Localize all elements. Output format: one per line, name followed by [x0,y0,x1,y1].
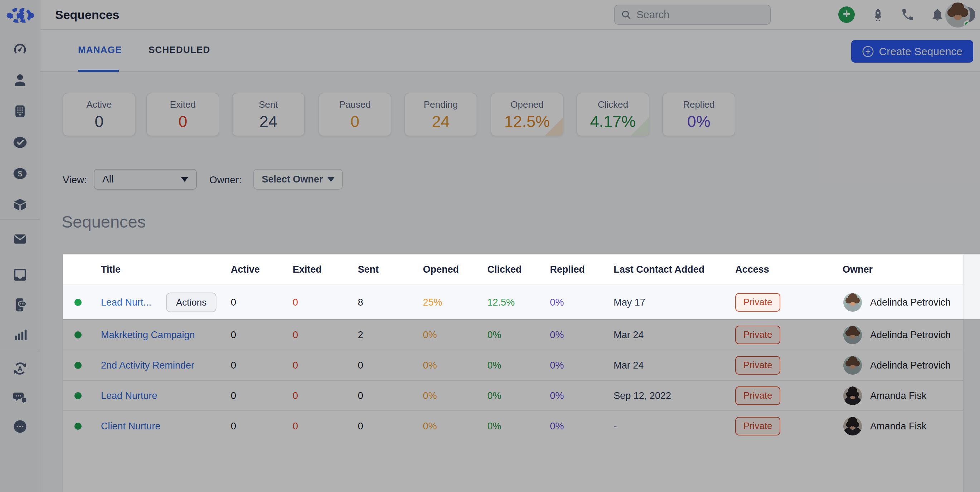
cell-last-contact: Mar 24 [614,329,644,340]
cell-replied: 0% [550,360,564,371]
cell-clicked: 12.5% [487,297,515,308]
col-active[interactable]: Active [231,264,260,275]
table-row[interactable]: Client Nurture 0 0 0 0% 0% 0% - Private … [63,411,963,441]
stat-label: Sent [232,99,304,110]
sequence-link[interactable]: Makrketing Campaign [101,329,195,340]
create-sequence-label: Create Sequence [879,45,963,57]
col-clicked[interactable]: Clicked [487,264,522,275]
avatar [843,326,862,344]
owner-select[interactable]: Select Owner [253,169,343,189]
search-box[interactable] [614,5,771,25]
cell-active: 0 [231,329,236,340]
col-last-contact[interactable]: Last Contact Added [614,264,705,275]
stat-card-pending: Pending24 [404,93,477,136]
access-badge: Private [735,293,780,312]
col-owner[interactable]: Owner [843,264,873,275]
svg-text:A: A [18,365,22,373]
cell-replied: 0% [550,297,564,308]
cell-opened: 25% [423,297,442,308]
cell-clicked: 0% [487,390,501,401]
products-cube-icon[interactable] [12,196,28,213]
cell-sent: 0 [358,360,363,371]
contacts-icon[interactable] [12,72,28,88]
cell-sent: 0 [358,420,363,431]
email-icon[interactable] [12,231,28,247]
reports-icon[interactable] [12,327,28,343]
table-row[interactable]: Lead Nurt... Actions 0 0 8 25% 12.5% 0% … [63,285,963,319]
cell-owner: Amanda Fisk [870,390,927,401]
actions-button[interactable]: Actions [166,292,216,312]
view-select[interactable]: All [94,169,197,189]
avatar [843,417,862,435]
stat-label: Exited [147,99,219,110]
stat-value: 0 [147,112,219,131]
status-dot [75,331,81,339]
inbox-icon[interactable] [12,267,28,283]
stat-card-sent: Sent24 [232,93,305,136]
stat-label: Clicked [577,99,649,110]
bell-icon[interactable] [929,6,946,23]
cell-exited: 0 [293,360,298,371]
stat-label: Replied [663,99,735,110]
sidebar: $ A [0,0,40,492]
more-icon[interactable] [12,418,28,435]
automation-icon[interactable]: A [12,360,28,377]
stat-label: Pending [405,99,477,110]
cell-owner: Adelinda Petrovich [870,360,951,371]
sequence-link[interactable]: 2nd Activity Reminder [101,360,194,371]
create-sequence-button[interactable]: Create Sequence [851,40,974,63]
section-title: Sequences [62,212,146,231]
phone-icon[interactable] [899,6,916,23]
table-row[interactable]: Lead Nurture 0 0 0 0% 0% 0% Sep 12, 2022… [63,380,963,411]
logo-icon[interactable] [6,6,34,24]
cell-exited: 0 [293,420,298,431]
cell-clicked: 0% [487,360,501,371]
cell-opened: 0% [423,420,437,431]
status-dot [75,299,81,306]
sequence-link[interactable]: Lead Nurture [101,390,158,401]
sequence-link[interactable]: Client Nurture [101,420,161,431]
search-input[interactable] [636,9,764,21]
table-row[interactable]: Makrketing Campaign 0 0 2 0% 0% 0% Mar 2… [63,319,963,350]
col-title[interactable]: Title [101,264,121,275]
cell-replied: 0% [550,329,564,340]
cell-exited: 0 [293,329,298,340]
access-badge: Private [735,417,780,435]
opportunities-dollar-icon[interactable]: $ [12,165,28,182]
view-filter-label: View: [63,174,87,186]
col-opened[interactable]: Opened [423,264,459,275]
sms-icon[interactable] [12,297,28,313]
cell-sent: 0 [358,390,363,401]
col-replied[interactable]: Replied [550,264,585,275]
access-badge: Private [735,356,780,375]
stat-label: Opened [491,99,563,110]
cell-last-contact: Sep 12, 2022 [614,390,671,401]
avatar [843,387,862,405]
col-access[interactable]: Access [735,264,769,275]
tab-manage[interactable]: MANAGE [78,45,122,56]
cell-opened: 0% [423,390,437,401]
col-exited[interactable]: Exited [293,264,321,275]
access-badge: Private [735,326,780,344]
col-sent[interactable]: Sent [358,264,379,275]
owner-filter-label: Owner: [209,174,242,186]
stat-card-exited: Exited0 [146,93,220,136]
cell-sent: 8 [358,297,363,308]
create-plus-icon[interactable]: + [838,6,855,23]
tab-scheduled[interactable]: SCHEDULED [148,45,210,56]
user-avatar[interactable] [945,3,970,27]
cell-active: 0 [231,420,236,431]
view-select-value: All [102,174,113,185]
dashboard-icon[interactable] [12,41,28,57]
stat-card-opened: Opened12.5% [490,93,563,136]
dialpad-icon[interactable] [12,103,28,119]
rocket-icon[interactable] [870,6,886,23]
owner-select-value: Select Owner [261,174,323,185]
tasks-check-icon[interactable] [12,134,28,151]
cell-owner: Adelinda Petrovich [870,297,951,308]
cell-last-contact: - [614,420,617,431]
table-row[interactable]: 2nd Activity Reminder 0 0 0 0% 0% 0% Mar… [63,350,963,380]
sequence-link[interactable]: Lead Nurt... [101,297,151,308]
conversations-icon[interactable] [12,390,28,406]
stat-card-replied: Replied0% [662,93,735,136]
